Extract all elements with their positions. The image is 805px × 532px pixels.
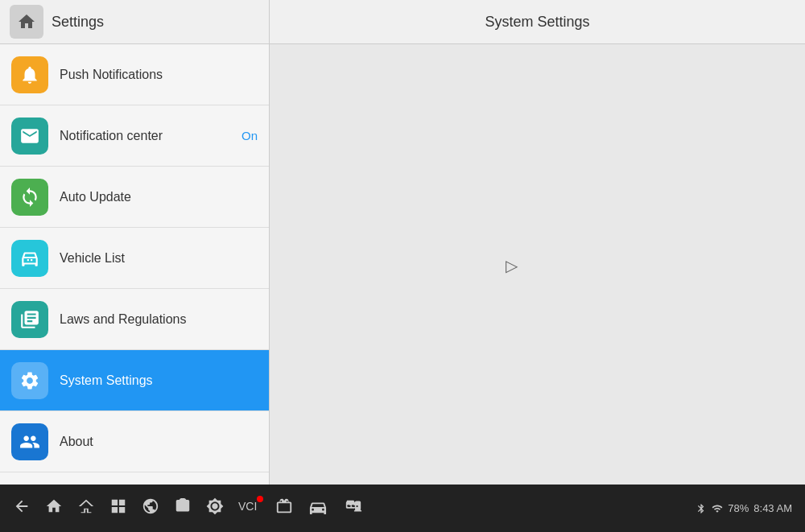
content-area: ▷: [270, 44, 805, 485]
sidebar: Push Notifications Notification center O…: [0, 44, 270, 485]
brightness-icon[interactable]: [206, 497, 224, 519]
vci-error-dot: [257, 496, 263, 502]
back-icon[interactable]: [13, 497, 31, 519]
push-notifications-label: Push Notifications: [60, 68, 258, 82]
home-button[interactable]: [10, 5, 43, 39]
apps-icon[interactable]: [109, 497, 127, 519]
header: Settings System Settings: [0, 0, 805, 44]
header-left: Settings: [0, 0, 270, 43]
status-bar: VCI 78% 8:43 AM: [0, 485, 805, 532]
home-statusbar-icon[interactable]: [45, 497, 63, 519]
push-notifications-icon: [11, 56, 48, 93]
auto-update-label: Auto Update: [60, 190, 258, 204]
sidebar-item-auto-update[interactable]: Auto Update: [0, 167, 269, 228]
radio-icon[interactable]: [275, 497, 293, 519]
about-label: About: [60, 435, 258, 449]
sidebar-item-vehicle-list[interactable]: Vehicle List: [0, 228, 269, 289]
wifi-icon: [712, 503, 723, 514]
notification-center-label: Notification center: [60, 129, 230, 143]
sidebar-item-laws-regulations[interactable]: Laws and Regulations: [0, 289, 269, 350]
bluetooth-icon: [696, 503, 707, 514]
system-settings-label: System Settings: [60, 373, 258, 388]
vci-icon[interactable]: VCI: [238, 497, 261, 519]
sidebar-item-push-notifications[interactable]: Push Notifications: [0, 44, 269, 105]
car1-icon[interactable]: [308, 497, 328, 519]
notification-center-icon: [11, 118, 48, 155]
car2-icon[interactable]: [343, 497, 364, 519]
battery-percent: 78%: [728, 502, 749, 514]
camera-icon[interactable]: [174, 497, 192, 519]
vehicle-list-icon: [11, 240, 48, 277]
system-settings-icon: [11, 362, 48, 399]
auto-update-icon: [11, 179, 48, 216]
house2-icon[interactable]: [77, 497, 95, 519]
sidebar-item-about[interactable]: About: [0, 411, 269, 472]
page-header-title: System Settings: [270, 0, 805, 43]
sidebar-item-system-settings[interactable]: System Settings: [0, 350, 269, 411]
vehicle-list-label: Vehicle List: [60, 251, 258, 266]
settings-header-title: Settings: [52, 14, 104, 31]
notification-center-badge: On: [242, 129, 258, 142]
browser-icon[interactable]: [142, 497, 159, 519]
cursor-indicator: ▷: [506, 256, 518, 275]
time-display: 8:43 AM: [753, 502, 792, 514]
svg-text:VCI: VCI: [238, 500, 257, 513]
main-layout: Push Notifications Notification center O…: [0, 44, 805, 485]
content-canvas: ▷: [270, 44, 805, 485]
laws-regulations-label: Laws and Regulations: [60, 312, 258, 327]
laws-regulations-icon: [11, 301, 48, 338]
statusbar-right: 78% 8:43 AM: [696, 502, 792, 514]
sidebar-item-notification-center[interactable]: Notification center On: [0, 105, 269, 167]
about-icon: [11, 423, 48, 460]
